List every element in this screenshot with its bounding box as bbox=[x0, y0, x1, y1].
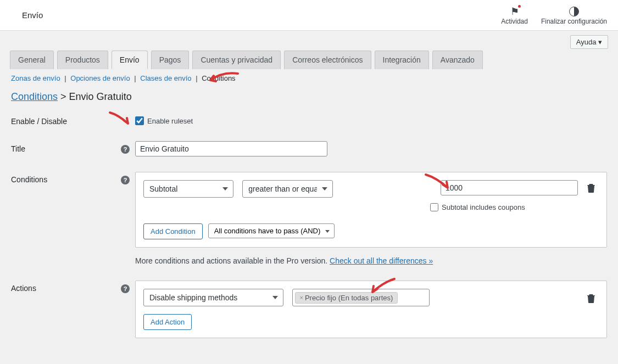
tab-integration[interactable]: Integración bbox=[375, 51, 429, 69]
finish-setup-button[interactable]: Finalizar configuración bbox=[541, 5, 607, 25]
activity-button[interactable]: ⚑ Actividad bbox=[501, 5, 528, 25]
contrast-icon bbox=[569, 5, 579, 18]
title-input[interactable] bbox=[135, 141, 327, 156]
tab-emails[interactable]: Correos electrónicos bbox=[284, 51, 371, 69]
sublink-options[interactable]: Opciones de envío bbox=[70, 74, 130, 82]
conditions-label: Conditions bbox=[11, 172, 121, 184]
trash-icon bbox=[587, 293, 595, 303]
enable-ruleset-text: Enable ruleset bbox=[147, 117, 193, 125]
tab-general[interactable]: General bbox=[10, 51, 54, 69]
add-action-button[interactable]: Add Action bbox=[143, 314, 192, 330]
tab-accounts-privacy[interactable]: Cuentas y privacidad bbox=[192, 51, 281, 69]
subtotal-coupons-text: Subtotal includes coupons bbox=[442, 203, 525, 211]
shipping-method-tag-text: Precio fijo (En todas partes) bbox=[305, 294, 393, 302]
breadcrumb-current: Envio Gratuito bbox=[69, 91, 132, 102]
action-type-select[interactable]: Disable shipping methods bbox=[143, 289, 283, 306]
enable-ruleset-checkbox[interactable] bbox=[135, 116, 144, 125]
activity-label: Actividad bbox=[501, 18, 528, 25]
shipping-methods-tag-input[interactable]: × Precio fijo (En todas partes) bbox=[292, 289, 430, 306]
conditions-panel: Subtotal greater than or equal bbox=[135, 172, 607, 248]
condition-operator-select[interactable]: greater than or equal bbox=[242, 180, 332, 198]
page-heading: Envío bbox=[11, 10, 43, 20]
tab-payments[interactable]: Pagos bbox=[151, 51, 190, 69]
condition-value-input[interactable] bbox=[441, 180, 578, 195]
breadcrumb-parent[interactable]: Conditions bbox=[11, 91, 58, 102]
help-icon[interactable]: ? bbox=[121, 176, 130, 184]
title-label: Title bbox=[11, 141, 121, 153]
subtotal-coupons-wrap[interactable]: Subtotal includes coupons bbox=[430, 203, 578, 211]
flag-icon: ⚑ bbox=[510, 5, 519, 18]
sublink-conditions[interactable]: Conditions bbox=[202, 74, 235, 82]
help-icon[interactable]: ? bbox=[121, 145, 130, 154]
condition-field-select[interactable]: Subtotal bbox=[143, 180, 233, 198]
actions-panel: Disable shipping methods × Precio fijo (… bbox=[135, 281, 607, 338]
breadcrumb: Conditions > Envio Gratuito bbox=[0, 86, 618, 114]
enable-ruleset-wrap[interactable]: Enable ruleset bbox=[135, 114, 607, 125]
tab-products[interactable]: Productos bbox=[57, 51, 108, 69]
sublink-classes[interactable]: Clases de envío bbox=[140, 74, 191, 82]
settings-tabs: General Productos Envío Pagos Cuentas y … bbox=[0, 50, 618, 69]
tab-shipping[interactable]: Envío bbox=[112, 51, 148, 69]
delete-condition-button[interactable] bbox=[587, 180, 599, 194]
shipping-method-tag[interactable]: × Precio fijo (En todas partes) bbox=[295, 292, 398, 304]
subtotal-coupons-checkbox[interactable] bbox=[430, 203, 438, 211]
add-condition-button[interactable]: Add Condition bbox=[143, 223, 203, 239]
pro-version-note: More conditions and actions available in… bbox=[135, 256, 607, 265]
trash-icon bbox=[587, 183, 595, 193]
help-icon[interactable]: ? bbox=[121, 284, 130, 293]
shipping-sublinks: Zonas de envío | Opciones de envío | Cla… bbox=[0, 69, 618, 86]
finish-setup-label: Finalizar configuración bbox=[541, 18, 607, 25]
remove-tag-icon[interactable]: × bbox=[300, 294, 303, 301]
sublink-zones[interactable]: Zonas de envío bbox=[11, 74, 60, 82]
pro-differences-link[interactable]: Check out all the differences » bbox=[330, 256, 433, 265]
delete-action-button[interactable] bbox=[587, 290, 599, 305]
enable-label: Enable / Disable bbox=[11, 114, 121, 126]
actions-label: Actions bbox=[11, 281, 121, 293]
tab-advanced[interactable]: Avanzado bbox=[432, 51, 483, 69]
conditions-logic-select[interactable]: All conditions have to pass (AND) bbox=[208, 223, 335, 238]
help-button[interactable]: Ayuda ▾ bbox=[570, 35, 608, 49]
